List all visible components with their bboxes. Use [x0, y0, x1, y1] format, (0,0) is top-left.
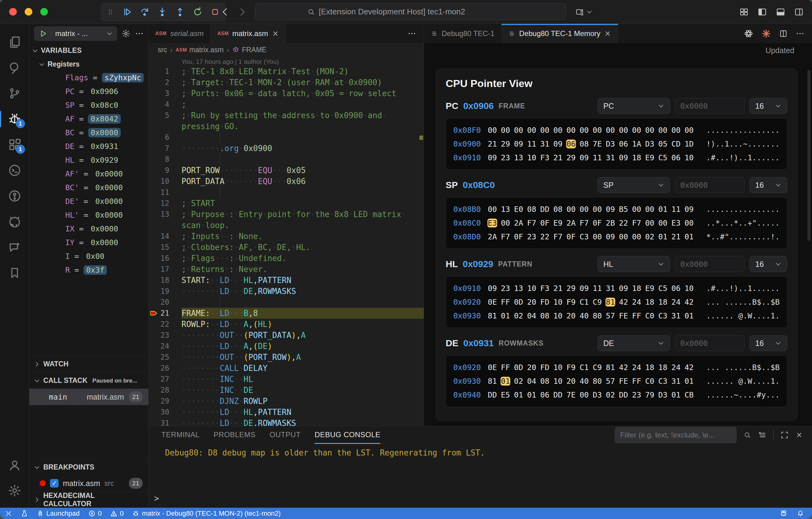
- watch-section-header[interactable]: WATCH: [29, 356, 148, 372]
- gutter[interactable]: 27: [149, 374, 181, 385]
- gutter[interactable]: 5: [149, 110, 181, 121]
- code-line[interactable]: 17;·Returns·:·Never.: [149, 264, 424, 275]
- console-prompt[interactable]: >: [154, 493, 159, 503]
- code-line[interactable]: 31········LD···DE,ROWMASKS: [149, 418, 424, 426]
- activity-settings[interactable]: [0, 478, 29, 503]
- maximize-panel-icon[interactable]: [780, 431, 789, 439]
- status-remote[interactable]: [5, 510, 12, 517]
- code-line[interactable]: 27········INC··HL: [149, 374, 424, 385]
- code-line[interactable]: 15;·Clobbers:·AF,·BC,·DE,·HL.: [149, 242, 424, 253]
- code-line[interactable]: 23········OUT··(PORT_DATA),A: [149, 330, 424, 341]
- gutter[interactable]: 28: [149, 385, 181, 395]
- byte-count-select[interactable]: 16: [750, 335, 787, 351]
- call-stack-section-header[interactable]: CALL STACK Paused on bre...: [29, 372, 148, 389]
- step-out-icon[interactable]: [175, 7, 185, 17]
- code-line[interactable]: scan·loop.: [149, 220, 424, 231]
- registers-group-header[interactable]: Registers: [29, 58, 148, 71]
- gutter[interactable]: 19: [149, 286, 181, 297]
- code-line[interactable]: 25········OUT··(PORT_ROW),A: [149, 352, 424, 363]
- code-line[interactable]: 29········DJNZ·ROWLP: [149, 395, 424, 407]
- layout-icon[interactable]: [740, 7, 749, 17]
- close-window-button[interactable]: [9, 8, 17, 16]
- openai-logo-icon[interactable]: [744, 29, 753, 38]
- forward-icon[interactable]: [237, 7, 247, 17]
- restart-icon[interactable]: [193, 7, 203, 17]
- gutter[interactable]: 3: [149, 88, 181, 99]
- workspace-switch-icon[interactable]: [575, 7, 584, 17]
- activity-bookmarks[interactable]: [0, 260, 29, 286]
- gutter[interactable]: 25: [149, 352, 181, 363]
- zoom-window-button[interactable]: [40, 8, 48, 16]
- code-line[interactable]: 3;·Ports:·0x06·=·data·latch,·0x05·=·row·…: [149, 88, 424, 99]
- close-panel-icon[interactable]: [795, 431, 803, 439]
- panel-tab-DEBUG-CONSOLE[interactable]: DEBUG CONSOLE: [315, 426, 380, 444]
- paused-breakpoint-icon[interactable]: [149, 309, 158, 320]
- breadcrumb-item[interactable]: FRAME: [232, 46, 267, 54]
- code-line[interactable]: 20: [149, 297, 424, 308]
- activity-search[interactable]: [0, 55, 29, 81]
- code-line[interactable]: 6: [149, 132, 424, 143]
- code-line[interactable]: 22ROWLP:··LD···A,(HL): [149, 319, 424, 330]
- step-over-icon[interactable]: [139, 7, 150, 17]
- panel-tab-TERMINAL[interactable]: TERMINAL: [162, 426, 200, 444]
- gutter[interactable]: 21: [149, 308, 181, 319]
- more-editor-actions-icon[interactable]: [407, 29, 416, 38]
- register-select[interactable]: HL: [598, 256, 670, 272]
- activity-remote[interactable]: [0, 158, 29, 183]
- register-select[interactable]: DE: [598, 335, 670, 351]
- activity-github[interactable]: [0, 209, 29, 235]
- gutter[interactable]: 31: [149, 418, 181, 426]
- gutter[interactable]: 17: [149, 264, 181, 275]
- search-input[interactable]: [319, 7, 514, 17]
- code-line[interactable]: 1;·TEC-1·8x8·LED·Matrix·Test·(MON-2): [149, 66, 424, 77]
- workspace-actions[interactable]: [575, 7, 593, 17]
- gear-icon[interactable]: [121, 29, 130, 38]
- register-select[interactable]: PC: [598, 98, 670, 114]
- register-row[interactable]: AF' = 0x0000: [29, 167, 148, 181]
- status-flask[interactable]: [21, 510, 28, 517]
- register-row[interactable]: I = 0x00: [29, 249, 148, 263]
- breakpoint-item[interactable]: ✓matrix.asmsrc21: [29, 475, 148, 491]
- panel-left-icon[interactable]: [758, 7, 767, 17]
- register-row[interactable]: DE' = 0x0000: [29, 194, 148, 208]
- clear-console-icon[interactable]: [758, 431, 766, 439]
- goto-address-input[interactable]: [675, 256, 745, 272]
- tab-serial.asm[interactable]: ASMserial.asm: [149, 24, 210, 43]
- status-rocket[interactable]: Launchpad: [37, 510, 80, 517]
- breakpoint-checkbox[interactable]: ✓: [50, 479, 59, 488]
- stop-icon[interactable]: [210, 7, 220, 17]
- gutter[interactable]: 24: [149, 341, 181, 352]
- claude-logo-icon[interactable]: [761, 29, 771, 38]
- gutter[interactable]: 1: [149, 66, 181, 77]
- panel-tab-PROBLEMS[interactable]: PROBLEMS: [213, 426, 255, 444]
- goto-address-input[interactable]: [675, 98, 745, 114]
- gutter[interactable]: 12: [149, 198, 181, 209]
- register-row[interactable]: BC = 0x0000: [29, 126, 148, 139]
- goto-address-input[interactable]: [675, 177, 745, 193]
- activity-account[interactable]: [0, 452, 29, 478]
- activity-chat[interactable]: [0, 235, 29, 260]
- byte-count-select[interactable]: 16: [750, 177, 787, 193]
- step-into-icon[interactable]: [157, 7, 168, 17]
- close-icon[interactable]: [604, 30, 611, 37]
- filter-search-icon[interactable]: [743, 431, 751, 439]
- activity-gitlens[interactable]: [0, 183, 29, 209]
- code-line[interactable]: 28········INC··DE: [149, 385, 424, 395]
- gutter[interactable]: 6: [149, 132, 181, 143]
- gutter[interactable]: 14: [149, 231, 181, 242]
- status-bell[interactable]: [797, 510, 804, 517]
- activity-source-control[interactable]: [0, 81, 29, 106]
- gutter[interactable]: 13: [149, 209, 181, 220]
- hex-calculator-section-header[interactable]: HEXADECIMAL CALCULATOR: [29, 491, 148, 508]
- scrollbar[interactable]: [807, 70, 810, 241]
- register-select[interactable]: SP: [598, 177, 670, 193]
- debug-config-picker[interactable]: matrix - ...: [34, 26, 117, 41]
- code-line[interactable]: 2;·Target:·TEC-1·MON-2·(user·RAM·at·0x09…: [149, 77, 424, 88]
- gutter[interactable]: 15: [149, 242, 181, 253]
- code-line[interactable]: 18START:··LD···HL,PATTERN: [149, 275, 424, 286]
- gutter[interactable]: 11: [149, 187, 181, 198]
- code-line[interactable]: pressing·GO.: [149, 121, 424, 132]
- activity-explorer[interactable]: [0, 29, 29, 55]
- code-line[interactable]: 16;·Flags···:·Undefined.: [149, 253, 424, 264]
- call-stack-frame[interactable]: mainmatrix.asm21: [29, 389, 148, 405]
